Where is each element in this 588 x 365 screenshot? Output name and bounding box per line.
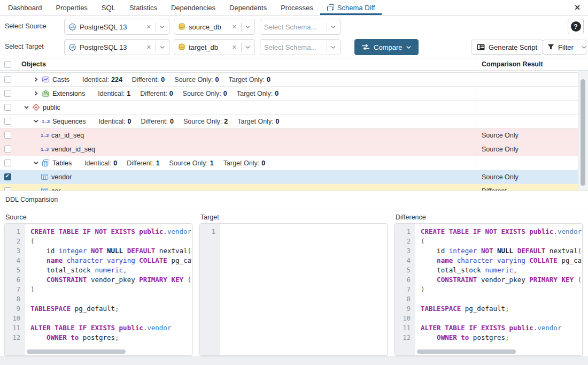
tab-dependents[interactable]: Dependents	[222, 0, 274, 15]
code-line: OWNER to postgres;	[25, 333, 192, 343]
clear-icon[interactable]: ✕	[231, 44, 238, 51]
grid-row-Sequences[interactable]: 1..3SequencesIdentical:0Different:0Sourc…	[0, 115, 578, 128]
code-line: OWNER to postgres;	[415, 333, 582, 343]
row-checkbox[interactable]	[4, 118, 11, 125]
chevron-down-icon[interactable]	[581, 44, 587, 50]
tab-statistics[interactable]: Statistics	[122, 0, 164, 15]
difference-pane-label: Difference	[396, 214, 426, 221]
select-all-checkbox[interactable]	[4, 61, 11, 68]
code-line: CONSTRAINT vendor_pkey PRIMARY KEY (i	[415, 275, 582, 285]
grid-row-Tables[interactable]: TablesIdentical:0Different:1Source Only:…	[0, 156, 578, 170]
comparison-result-cell	[476, 73, 578, 86]
tables-icon	[42, 159, 52, 167]
comparison-result-cell	[476, 87, 578, 100]
code-line	[25, 294, 192, 304]
grid-row-vendor[interactable]: vendorSource Only	[0, 170, 578, 184]
tab-dependencies[interactable]: Dependencies	[164, 0, 222, 15]
chevron-down-icon[interactable]	[33, 118, 42, 124]
comparison-result-cell	[476, 101, 578, 114]
tab-sql[interactable]: SQL	[95, 0, 122, 15]
clear-icon[interactable]: ✕	[231, 24, 238, 31]
chevron-down-icon[interactable]	[24, 104, 32, 110]
row-stats: Identical:224Different:0Source Only:0Tar…	[82, 76, 270, 83]
source-schema-placeholder: Select Schema...	[264, 23, 323, 31]
code-line: CREATE TABLE IF NOT EXISTS public.vendor	[415, 227, 582, 237]
chevron-right-icon[interactable]	[33, 77, 42, 82]
row-checkbox[interactable]	[4, 159, 11, 166]
node-label: vendor	[51, 173, 72, 181]
node-label: Extensions	[52, 90, 85, 97]
close-icon[interactable]: ✕	[567, 0, 588, 15]
row-checkbox[interactable]	[4, 104, 11, 111]
schema-diff-icon	[327, 4, 334, 11]
chevron-right-icon[interactable]	[33, 90, 42, 96]
comparison-toolbar: Select Source PostgreSQL 13 ✕ source_db …	[0, 16, 588, 58]
code-line: (	[415, 237, 582, 246]
source-server-select[interactable]: PostgreSQL 13 ✕	[64, 19, 169, 35]
help-button[interactable]: ?	[568, 19, 584, 34]
code-area[interactable]: CREATE TABLE IF NOT EXISTS public.vendor…	[415, 224, 582, 355]
compare-button[interactable]: Compare	[354, 39, 419, 55]
code-line: (	[25, 237, 192, 246]
vertical-scrollbar[interactable]	[578, 71, 588, 191]
postgresql-icon	[68, 23, 76, 31]
grid-row-public[interactable]: public	[0, 101, 578, 115]
code-line: TABLESPACE pg_default;	[25, 304, 192, 314]
tab-schema-diff[interactable]: Schema Diff	[320, 0, 382, 15]
sequence-icon: 1..3	[41, 133, 51, 138]
scrollbar-thumb[interactable]	[581, 79, 585, 186]
tab-properties[interactable]: Properties	[49, 0, 95, 15]
chevron-down-icon[interactable]	[159, 24, 165, 30]
chevron-down-icon[interactable]	[159, 44, 165, 50]
row-stats: Identical:0Different:1Source Only:1Targe…	[84, 159, 265, 167]
row-checkbox[interactable]	[4, 132, 11, 139]
tab-bar: DashboardPropertiesSQLStatisticsDependen…	[0, 0, 588, 16]
ddl-target-editor[interactable]: 1	[199, 223, 388, 356]
target-pane-label: Target	[200, 214, 219, 221]
target-database-select[interactable]: target_db ✕	[174, 39, 255, 55]
select-target-label: Select Target	[5, 43, 44, 50]
chevron-down-icon[interactable]	[245, 24, 251, 30]
row-checkbox[interactable]	[4, 173, 11, 180]
row-checkbox[interactable]	[4, 90, 11, 97]
row-checkbox[interactable]	[4, 76, 11, 83]
code-area[interactable]: CREATE TABLE IF NOT EXISTS public.vendor…	[25, 224, 192, 355]
chevron-down-icon[interactable]	[245, 44, 251, 50]
tab-dashboard[interactable]: Dashboard	[1, 0, 49, 15]
ddl-difference-editor[interactable]: 123456789101112CREATE TABLE IF NOT EXIST…	[394, 223, 583, 356]
chevron-down-icon[interactable]	[330, 44, 336, 50]
filter-button[interactable]: Filter	[543, 40, 586, 55]
tab-label: Dashboard	[8, 4, 42, 12]
chevron-down-icon[interactable]	[330, 24, 336, 30]
horizontal-scrollbar-thumb[interactable]	[417, 349, 516, 354]
grid-row-vendor_id_seq[interactable]: 1..3vendor_id_seqSource Only	[0, 142, 578, 156]
code-line: )	[25, 285, 192, 294]
grid-row-Casts[interactable]: CastsIdentical:224Different:0Source Only…	[0, 73, 578, 87]
chevron-down-icon[interactable]	[33, 160, 42, 166]
row-stats: Identical:0Different:0Source Only:2Targe…	[99, 118, 280, 125]
source-schema-select[interactable]: Select Schema...	[260, 19, 341, 35]
target-server-select[interactable]: PostgreSQL 13 ✕	[64, 39, 169, 55]
generate-script-button[interactable]: Generate Script	[471, 40, 543, 55]
grid-row-Extensions[interactable]: ExtensionsIdentical:1Different:0Source O…	[0, 87, 578, 101]
ddl-comparison-section: DDL Comparision Source Target Difference…	[0, 191, 588, 365]
clear-icon[interactable]: ✕	[145, 44, 152, 51]
row-checkbox[interactable]	[4, 146, 11, 153]
tab-processes[interactable]: Processes	[274, 0, 320, 15]
source-database-select[interactable]: source_db ✕	[174, 19, 255, 35]
select-source-label: Select Source	[5, 22, 47, 30]
sequence-icon: 1..3	[41, 147, 51, 152]
source-pane-label: Source	[5, 214, 27, 221]
node-label: Sequences	[52, 118, 86, 125]
grid-row-car_id_seq[interactable]: 1..3car_id_seqSource Only	[0, 128, 578, 142]
code-line	[415, 314, 582, 323]
horizontal-scrollbar-thumb[interactable]	[27, 349, 126, 354]
chevron-down-icon[interactable]	[406, 44, 412, 50]
objects-column-header: Objects	[15, 60, 476, 68]
target-schema-select[interactable]: Select Schema...	[260, 39, 341, 55]
clear-icon[interactable]: ✕	[145, 24, 152, 31]
comparison-result-cell: Source Only	[476, 128, 578, 142]
code-area[interactable]	[220, 224, 387, 355]
ddl-source-editor[interactable]: 123456789101112CREATE TABLE IF NOT EXIST…	[4, 223, 192, 356]
row-stats: Identical:1Different:0Source Only:0Targe…	[98, 90, 278, 97]
